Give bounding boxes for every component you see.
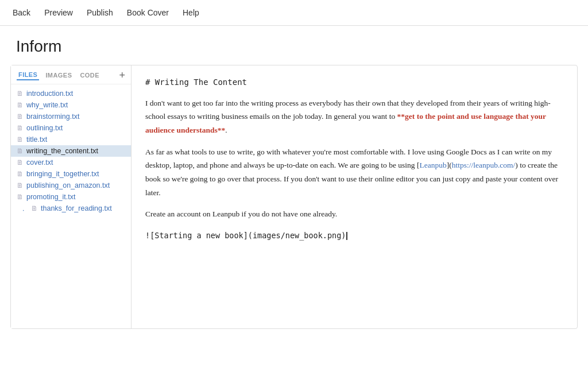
- file-item-promoting[interactable]: 🗎 promoting_it.txt: [11, 191, 131, 203]
- file-icon: 🗎: [17, 170, 24, 178]
- editor-paragraph-3: Create an account on Leanpub if you do n…: [145, 207, 563, 221]
- file-icon: 🗎: [17, 193, 24, 201]
- file-item-publishing-on-amazon[interactable]: 🗎 publishing_on_amazon.txt: [11, 180, 131, 191]
- text-cursor: [346, 232, 347, 240]
- nav-publish[interactable]: Publish: [86, 6, 114, 20]
- nav-book-cover[interactable]: Book Cover: [126, 6, 170, 20]
- file-item-outlining[interactable]: 🗎 outlining.txt: [11, 122, 131, 134]
- file-item-brainstorming[interactable]: 🗎 brainstorming.txt: [11, 111, 131, 122]
- file-item-why-write[interactable]: 🗎 why_write.txt: [11, 99, 131, 111]
- editor-area[interactable]: # Writing The Content I don't want to ge…: [131, 65, 577, 328]
- file-name: outlining.txt: [26, 124, 63, 132]
- file-icon: 🗎: [17, 101, 24, 109]
- main-container: FILES IMAGES CODE + 🗎 introduction.txt 🗎…: [10, 65, 578, 329]
- file-icon: 🗎: [17, 147, 24, 155]
- file-icon: 🗎: [31, 204, 38, 212]
- file-name: promoting_it.txt: [26, 193, 75, 201]
- file-name: brainstorming.txt: [26, 113, 79, 121]
- editor-heading: # Writing The Content: [145, 76, 563, 90]
- tab-files[interactable]: FILES: [17, 70, 39, 80]
- sidebar-tab-bar: FILES IMAGES CODE +: [11, 65, 131, 84]
- add-file-button[interactable]: +: [119, 70, 125, 80]
- file-item-writing-the-content[interactable]: 🗎 writing_the_content.txt: [11, 145, 131, 157]
- file-name: publishing_on_amazon.txt: [26, 181, 110, 189]
- file-item-thanks-for-reading[interactable]: · 🗎 thanks_for_reading.txt: [11, 203, 131, 214]
- file-name: cover.txt: [26, 158, 53, 166]
- nav-back[interactable]: Back: [11, 6, 32, 20]
- file-icon: 🗎: [17, 181, 24, 189]
- leanpub-url[interactable]: https://leanpub.com/: [452, 161, 516, 169]
- file-item-cover[interactable]: 🗎 cover.txt: [11, 157, 131, 168]
- indent-marker: ·: [22, 206, 27, 211]
- file-icon: 🗎: [17, 90, 24, 98]
- nav-help[interactable]: Help: [181, 6, 200, 20]
- top-navigation: Back Preview Publish Book Cover Help: [0, 0, 588, 26]
- file-item-introduction[interactable]: 🗎 introduction.txt: [11, 88, 131, 99]
- file-name: introduction.txt: [26, 90, 73, 98]
- nav-preview[interactable]: Preview: [43, 6, 74, 20]
- tab-code[interactable]: CODE: [78, 71, 101, 80]
- file-name: why_write.txt: [26, 101, 68, 109]
- editor-paragraph-1: I don't want to get too far into the wri…: [145, 96, 563, 137]
- file-name: bringing_it_together.txt: [26, 170, 99, 178]
- file-icon: 🗎: [17, 135, 24, 144]
- cursor-line-text: ![Starting a new book](images/new_book.p…: [145, 231, 346, 240]
- file-name: title.txt: [26, 135, 47, 144]
- tab-images[interactable]: IMAGES: [44, 71, 74, 80]
- cursor-line: ![Starting a new book](images/new_book.p…: [145, 229, 563, 242]
- bold-red-text-1: **get to the point and use language that…: [145, 112, 546, 134]
- file-list: 🗎 introduction.txt 🗎 why_write.txt 🗎 bra…: [11, 84, 131, 218]
- file-icon: 🗎: [17, 158, 24, 166]
- leanpub-link[interactable]: Leanpub: [419, 161, 446, 169]
- file-icon: 🗎: [17, 113, 24, 121]
- sidebar: FILES IMAGES CODE + 🗎 introduction.txt 🗎…: [11, 65, 131, 328]
- file-name: thanks_for_reading.txt: [41, 204, 112, 212]
- file-icon: 🗎: [17, 124, 24, 132]
- file-item-bringing-together[interactable]: 🗎 bringing_it_together.txt: [11, 168, 131, 180]
- file-item-title[interactable]: 🗎 title.txt: [11, 134, 131, 145]
- page-title: Inform: [0, 26, 588, 65]
- editor-paragraph-2: As far as what tools to use to write, go…: [145, 145, 563, 200]
- editor-content: # Writing The Content I don't want to ge…: [145, 76, 563, 242]
- file-name: writing_the_content.txt: [26, 147, 98, 155]
